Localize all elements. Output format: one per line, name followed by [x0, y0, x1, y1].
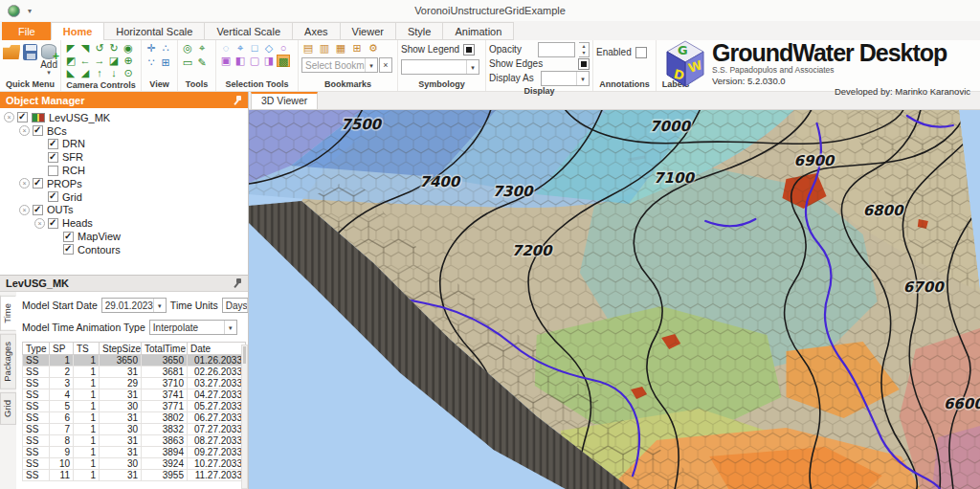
import-bookmark-icon[interactable]: ▦: [334, 42, 347, 55]
rect-select-icon[interactable]: □: [248, 42, 261, 55]
table-row[interactable]: SS 9 1 31 3894 09.27.2033: [23, 447, 246, 458]
visibility-checkbox[interactable]: [48, 191, 58, 202]
spin-down-icon[interactable]: ▾: [579, 50, 589, 56]
expander-icon[interactable]: ×: [4, 112, 14, 122]
table-row[interactable]: SS 10 1 30 3924 10.27.2033: [23, 458, 246, 470]
chevron-down-icon[interactable]: ▾: [153, 299, 166, 312]
visibility-checkbox[interactable]: [48, 166, 58, 176]
circle-select-icon[interactable]: ○: [277, 42, 290, 55]
spin-up-icon[interactable]: ▴: [579, 43, 589, 50]
mesh-view-icon[interactable]: ∵: [145, 56, 158, 69]
tree-item[interactable]: × BCs: [19, 124, 248, 138]
select-layer-icon[interactable]: ◧: [234, 55, 247, 67]
save-project-icon[interactable]: [23, 44, 37, 60]
table-row[interactable]: SS 1 1 3650 3650 01.26.2033: [23, 355, 246, 367]
show-legend-checkbox[interactable]: [463, 44, 475, 56]
table-row[interactable]: SS 2 1 31 3681 02.26.2033: [23, 367, 246, 378]
show-edges-checkbox[interactable]: [578, 58, 590, 70]
expander-icon[interactable]: ×: [34, 218, 45, 229]
invert-select-icon[interactable]: ◨: [262, 55, 276, 67]
table-column-header[interactable]: TotalTime: [142, 343, 188, 355]
tilt-down-icon[interactable]: ↓: [107, 67, 121, 79]
table-row[interactable]: SS 6 1 31 3802 06.27.2033: [23, 412, 246, 424]
table-scrollbar[interactable]: [241, 345, 248, 489]
tree-item[interactable]: × Grid: [34, 190, 248, 204]
lasso-select-icon[interactable]: ◌: [219, 42, 233, 55]
ribbon-tab[interactable]: Home: [51, 22, 105, 40]
rotate-cw-icon[interactable]: ↻: [107, 42, 121, 55]
node-view-icon[interactable]: ∴: [159, 42, 172, 55]
expander-icon[interactable]: ×: [19, 205, 30, 215]
pin-icon[interactable]: [234, 278, 242, 288]
table-column-header[interactable]: StepSize: [100, 343, 142, 355]
chevron-down-icon[interactable]: ▾: [224, 321, 236, 334]
visibility-checkbox[interactable]: [63, 244, 74, 255]
tree-item[interactable]: × Heads: [34, 216, 248, 230]
expander-icon[interactable]: ×: [19, 178, 30, 189]
anim-type-combo[interactable]: Interpolate ▾: [149, 320, 237, 335]
bookmark-settings-icon[interactable]: ⚙: [367, 42, 380, 55]
tree-item[interactable]: × LevUSG_MK: [4, 111, 248, 124]
add-data-button[interactable]: Add ▾: [40, 42, 57, 75]
view-se-icon[interactable]: ◢: [78, 67, 92, 79]
view-ne-icon[interactable]: ◥: [78, 42, 92, 55]
table-row[interactable]: SS 3 1 29 3710 03.27.2033: [23, 378, 246, 389]
tree-item[interactable]: × PROPs: [19, 177, 248, 190]
table-row[interactable]: SS 5 1 30 3771 05.27.2033: [23, 401, 246, 412]
chevron-down-icon[interactable]: ▾: [247, 299, 248, 312]
tree-item[interactable]: × RCH: [34, 164, 248, 177]
roll-left-icon[interactable]: ◩: [64, 55, 78, 67]
table-column-header[interactable]: Type: [23, 343, 50, 355]
ribbon-tab[interactable]: File: [2, 22, 52, 40]
clear-bookmark-button[interactable]: ×: [379, 57, 392, 73]
view-sw-icon[interactable]: ◣: [64, 67, 78, 79]
table-column-header[interactable]: SP: [50, 343, 74, 355]
tree-item[interactable]: × Contours: [50, 243, 248, 256]
capture-view-icon[interactable]: ⊞: [350, 42, 364, 55]
grid-select-icon[interactable]: ▩: [277, 55, 290, 67]
poly-select-icon[interactable]: ◇: [262, 42, 276, 55]
measure-tool-icon[interactable]: ▭: [181, 56, 194, 69]
visibility-checkbox[interactable]: [63, 232, 74, 242]
visibility-checkbox[interactable]: [48, 139, 58, 149]
table-column-header[interactable]: TS: [74, 343, 100, 355]
model-start-date-combo[interactable]: 29.01.2023 ▾: [101, 298, 167, 313]
ribbon-tab[interactable]: Animation: [442, 22, 514, 40]
ribbon-tab[interactable]: Horizontal Scale: [103, 22, 205, 40]
crosshair-tool-icon[interactable]: ⌖: [195, 42, 209, 55]
chevron-down-icon[interactable]: ▾: [466, 60, 479, 74]
table-row[interactable]: SS 11 1 31 3955 11.27.2033: [23, 470, 246, 481]
3d-scene[interactable]: 7500740073007200700071006900680067006600: [249, 110, 980, 489]
tree-item[interactable]: × MapView: [50, 230, 248, 243]
pin-icon[interactable]: [234, 96, 242, 105]
table-row[interactable]: SS 8 1 31 3863 08.27.2033: [23, 435, 246, 447]
new-bookmark-icon[interactable]: ▤: [301, 42, 315, 55]
opacity-spinner[interactable]: ▴ ▾: [579, 42, 590, 57]
time-units-combo[interactable]: Days ▾: [222, 298, 248, 313]
table-row[interactable]: SS 7 1 30 3832 07.27.2033: [23, 424, 246, 435]
opacity-input[interactable]: [538, 42, 576, 57]
tab-3d-viewer[interactable]: 3D Viewer: [251, 92, 318, 110]
pick-select-icon[interactable]: ⌖: [234, 42, 247, 55]
ribbon-tab[interactable]: Style: [395, 22, 443, 40]
open-project-icon[interactable]: [3, 45, 20, 59]
grid-view-icon[interactable]: ⊞: [159, 56, 172, 69]
visibility-checkbox[interactable]: [48, 218, 58, 229]
visibility-checkbox[interactable]: [33, 125, 43, 136]
select-cells-icon[interactable]: ▣: [219, 55, 233, 67]
display-as-combo[interactable]: ▾: [541, 71, 590, 86]
pan-right-icon[interactable]: →: [93, 55, 106, 67]
chevron-down-icon[interactable]: ▾: [365, 58, 377, 72]
symbology-combo[interactable]: ▾: [401, 59, 479, 75]
tree-item[interactable]: × OUTs: [19, 204, 248, 217]
chevron-down-icon[interactable]: ▾: [576, 72, 589, 85]
annotations-enabled-checkbox[interactable]: [635, 47, 647, 58]
tree-item[interactable]: × SFR: [34, 150, 248, 164]
side-tab[interactable]: Packages: [0, 334, 16, 389]
probe-tool-icon[interactable]: ◎: [181, 42, 194, 55]
table-column-header[interactable]: Date: [188, 343, 246, 355]
visibility-checkbox[interactable]: [33, 205, 43, 215]
view-nw-icon[interactable]: ◤: [64, 42, 78, 55]
visibility-checkbox[interactable]: [17, 112, 28, 122]
bookmark-combo[interactable]: Select Bookmark ▾: [301, 57, 378, 73]
